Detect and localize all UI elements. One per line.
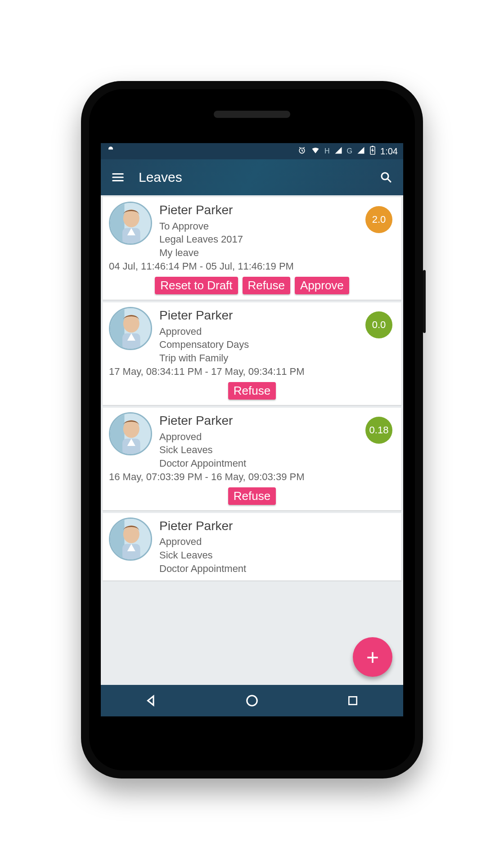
leave-card[interactable]: 2.0 Pieter Parker To Approve Legal Leave… bbox=[103, 197, 401, 300]
leave-list[interactable]: 2.0 Pieter Parker To Approve Legal Leave… bbox=[101, 195, 403, 685]
alarm-icon bbox=[297, 146, 306, 157]
days-badge: 0.0 bbox=[365, 311, 392, 338]
days-value: 2.0 bbox=[372, 214, 386, 225]
phone-speaker bbox=[214, 111, 290, 118]
svg-rect-13 bbox=[110, 414, 125, 454]
action-button[interactable]: Approve bbox=[295, 277, 349, 294]
employee-name: Pieter Parker bbox=[159, 202, 395, 219]
employee-name: Pieter Parker bbox=[159, 307, 395, 324]
status-right: H G 1:04 bbox=[297, 146, 398, 157]
days-value: 0.18 bbox=[369, 424, 389, 436]
leave-type: Legal Leaves 2017 bbox=[159, 233, 395, 246]
status-left bbox=[106, 146, 115, 157]
nav-back-button[interactable] bbox=[143, 693, 159, 709]
leave-reason: Doctor Appointment bbox=[159, 457, 395, 470]
leave-reason: Trip with Family bbox=[159, 351, 395, 365]
date-range: 16 May, 07:03:39 PM - 16 May, 09:03:39 P… bbox=[109, 471, 395, 483]
date-range: 17 May, 08:34:11 PM - 17 May, 09:34:11 P… bbox=[109, 366, 395, 378]
leave-reason: Doctor Appointment bbox=[159, 562, 395, 576]
leave-card[interactable]: 0.0 Pieter Parker Approved Compensatory … bbox=[103, 302, 401, 405]
triangle-back-icon bbox=[144, 694, 158, 707]
action-button[interactable]: Refuse bbox=[228, 487, 276, 505]
action-row: Refuse bbox=[109, 487, 395, 505]
avatar bbox=[109, 518, 152, 561]
nav-home-button[interactable] bbox=[244, 693, 260, 709]
days-value: 0.0 bbox=[372, 319, 386, 331]
android-nav-bar bbox=[101, 685, 403, 716]
signal-icon bbox=[334, 146, 342, 157]
add-leave-fab[interactable]: + bbox=[353, 637, 392, 677]
phone-power-button bbox=[423, 270, 426, 333]
leave-info: Pieter Parker Approved Sick Leaves Docto… bbox=[159, 518, 395, 576]
status-bar: H G 1:04 bbox=[101, 143, 403, 159]
status-time: 1:04 bbox=[380, 146, 398, 157]
menu-button[interactable] bbox=[110, 169, 126, 185]
leave-card[interactable]: Pieter Parker Approved Sick Leaves Docto… bbox=[103, 513, 401, 581]
square-recents-icon bbox=[347, 695, 359, 706]
battery-icon bbox=[369, 146, 376, 157]
action-button[interactable]: Reset to Draft bbox=[155, 277, 238, 294]
svg-rect-21 bbox=[349, 697, 356, 704]
days-badge: 0.18 bbox=[365, 417, 392, 444]
leave-reason: My leave bbox=[159, 246, 395, 260]
screen: H G 1:04 bbox=[101, 143, 403, 716]
android-icon bbox=[106, 146, 115, 157]
status-label: Approved bbox=[159, 535, 395, 549]
leave-card[interactable]: 0.18 Pieter Parker Approved Sick Leaves … bbox=[103, 408, 401, 510]
page-title: Leaves bbox=[139, 170, 182, 185]
avatar bbox=[109, 307, 152, 350]
leave-info: Pieter Parker Approved Compensatory Days… bbox=[159, 307, 395, 365]
action-button[interactable]: Refuse bbox=[228, 382, 276, 400]
wifi-icon bbox=[311, 146, 320, 157]
hamburger-icon bbox=[111, 171, 125, 184]
svg-rect-5 bbox=[110, 203, 125, 243]
days-badge: 2.0 bbox=[365, 206, 392, 233]
leave-type: Compensatory Days bbox=[159, 338, 395, 351]
search-button[interactable] bbox=[378, 169, 394, 185]
leave-type: Sick Leaves bbox=[159, 549, 395, 562]
avatar bbox=[109, 412, 152, 455]
status-label: Approved bbox=[159, 325, 395, 338]
employee-name: Pieter Parker bbox=[159, 412, 395, 429]
app-bar: Leaves bbox=[101, 159, 403, 195]
action-button[interactable]: Refuse bbox=[243, 277, 290, 294]
action-row: Refuse bbox=[109, 382, 395, 400]
svg-point-20 bbox=[247, 696, 257, 706]
svg-rect-2 bbox=[372, 146, 374, 147]
svg-rect-17 bbox=[110, 519, 125, 559]
avatar bbox=[109, 202, 152, 245]
plus-icon: + bbox=[366, 645, 379, 670]
nav-recents-button[interactable] bbox=[345, 693, 361, 709]
signal-icon-2 bbox=[357, 146, 365, 157]
svg-rect-9 bbox=[110, 308, 125, 349]
network-label-g: G bbox=[347, 147, 352, 155]
status-label: To Approve bbox=[159, 220, 395, 233]
leave-info: Pieter Parker Approved Sick Leaves Docto… bbox=[159, 412, 395, 470]
phone-inner: H G 1:04 bbox=[89, 89, 415, 770]
employee-name: Pieter Parker bbox=[159, 518, 395, 535]
network-label-h: H bbox=[324, 147, 330, 155]
phone-frame: H G 1:04 bbox=[81, 81, 423, 778]
leave-info: Pieter Parker To Approve Legal Leaves 20… bbox=[159, 202, 395, 260]
circle-home-icon bbox=[245, 694, 259, 707]
status-label: Approved bbox=[159, 430, 395, 444]
search-icon bbox=[379, 171, 393, 184]
leave-type: Sick Leaves bbox=[159, 443, 395, 457]
date-range: 04 Jul, 11:46:14 PM - 05 Jul, 11:46:19 P… bbox=[109, 261, 395, 272]
action-row: Reset to DraftRefuseApprove bbox=[109, 277, 395, 294]
